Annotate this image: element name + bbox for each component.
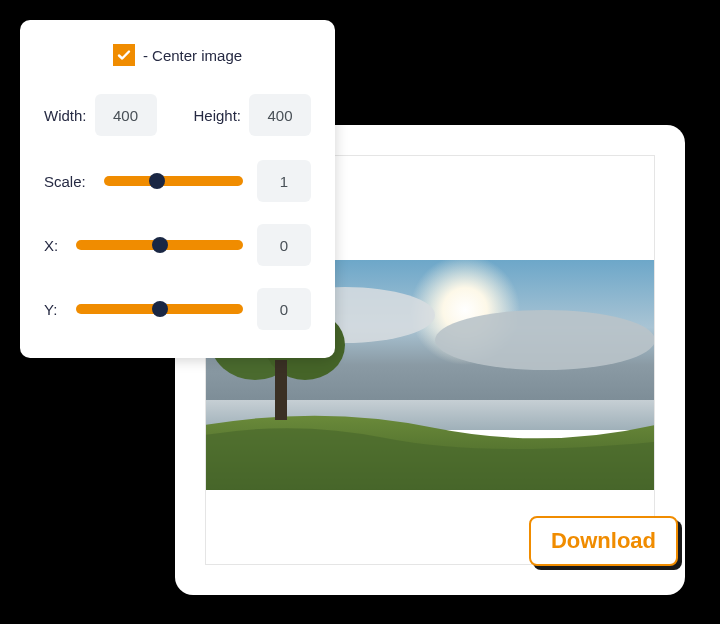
scale-slider[interactable] <box>104 176 243 186</box>
center-image-label: - Center image <box>143 47 242 64</box>
x-slider[interactable] <box>76 240 243 250</box>
dimensions-row: Width: Height: <box>44 94 311 136</box>
svg-rect-9 <box>275 360 287 420</box>
width-input[interactable] <box>95 94 157 136</box>
x-row: X: 0 <box>44 224 311 266</box>
controls-panel: - Center image Width: Height: Scale: 1 X… <box>20 20 335 358</box>
scale-row: Scale: 1 <box>44 160 311 202</box>
y-slider[interactable] <box>76 304 243 314</box>
x-value[interactable]: 0 <box>257 224 311 266</box>
y-slider-thumb[interactable] <box>152 301 168 317</box>
scale-label: Scale: <box>44 173 90 190</box>
x-label: X: <box>44 237 62 254</box>
svg-point-3 <box>435 310 654 370</box>
height-input[interactable] <box>249 94 311 136</box>
center-image-checkbox[interactable] <box>113 44 135 66</box>
x-slider-thumb[interactable] <box>152 237 168 253</box>
scale-value[interactable]: 1 <box>257 160 311 202</box>
y-value[interactable]: 0 <box>257 288 311 330</box>
download-button[interactable]: Download <box>529 516 678 566</box>
center-image-row: - Center image <box>44 44 311 66</box>
width-label: Width: <box>44 107 87 124</box>
scale-slider-thumb[interactable] <box>149 173 165 189</box>
height-label: Height: <box>193 107 241 124</box>
check-icon <box>116 47 132 63</box>
y-row: Y: 0 <box>44 288 311 330</box>
y-label: Y: <box>44 301 62 318</box>
